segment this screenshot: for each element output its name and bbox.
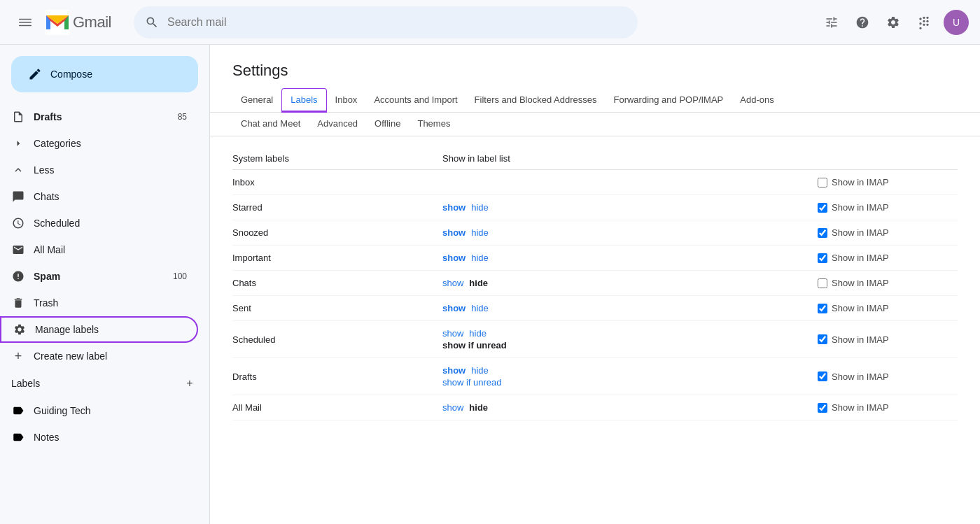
- label-actions: show hide: [442, 303, 818, 313]
- table-row: Scheduled show hide show if unread Show …: [232, 321, 958, 358]
- imap-check[interactable]: Show in IMAP: [818, 202, 958, 213]
- label-name: Important: [232, 253, 442, 263]
- app-layout: Compose Drafts 85 Categories: [0, 45, 980, 524]
- filter-button[interactable]: [818, 8, 846, 36]
- imap-label: Show in IMAP: [832, 253, 889, 263]
- imap-checkbox[interactable]: [818, 228, 827, 238]
- imap-checkbox[interactable]: [818, 403, 827, 413]
- sidebar-item-notes[interactable]: Notes: [0, 424, 198, 451]
- sidebar-item-less[interactable]: Less: [0, 157, 198, 183]
- label-icon-guiding-tech: [11, 404, 25, 418]
- tab-filters[interactable]: Filters and Blocked Addresses: [466, 89, 606, 113]
- sidebar: Compose Drafts 85 Categories: [0, 45, 210, 524]
- compose-button[interactable]: Compose: [11, 56, 198, 92]
- show-action[interactable]: show: [442, 202, 465, 213]
- sidebar-item-guiding-tech[interactable]: Guiding Tech: [0, 397, 198, 424]
- hide-action[interactable]: hide: [469, 402, 488, 413]
- apps-button[interactable]: [910, 8, 938, 36]
- settings-button[interactable]: [879, 8, 907, 36]
- imap-checkbox[interactable]: [818, 278, 827, 288]
- imap-check[interactable]: Show in IMAP: [818, 278, 958, 288]
- avatar[interactable]: U: [944, 10, 969, 35]
- sidebar-item-allmail[interactable]: All Mail: [0, 236, 198, 263]
- add-label-button[interactable]: +: [181, 375, 198, 392]
- help-button[interactable]: [848, 8, 876, 36]
- imap-check[interactable]: Show in IMAP: [818, 227, 958, 238]
- tab-themes[interactable]: Themes: [409, 113, 458, 136]
- imap-checkbox[interactable]: [818, 203, 827, 213]
- show-action[interactable]: show: [442, 328, 463, 339]
- imap-check[interactable]: Show in IMAP: [818, 334, 958, 345]
- hide-action[interactable]: hide: [471, 303, 489, 313]
- imap-checkbox[interactable]: [818, 304, 827, 313]
- imap-check[interactable]: Show in IMAP: [818, 253, 958, 263]
- imap-check[interactable]: Show in IMAP: [818, 402, 958, 413]
- label-name: Starred: [232, 202, 442, 213]
- tab-advanced[interactable]: Advanced: [309, 113, 366, 136]
- filter-icon: [825, 15, 839, 29]
- sidebar-item-drafts[interactable]: Drafts 85: [0, 104, 198, 130]
- hide-action[interactable]: hide: [471, 202, 489, 213]
- sidebar-item-trash[interactable]: Trash: [0, 290, 198, 316]
- sidebar-item-create-label[interactable]: + Create new label: [0, 343, 198, 369]
- drafts-label: Drafts: [34, 111, 169, 122]
- show-action[interactable]: show: [442, 227, 465, 238]
- gmail-m-icon: [45, 10, 70, 35]
- chat-icon: [11, 190, 25, 204]
- table-row: Chats show hide Show in IMAP: [232, 271, 958, 296]
- tab-labels[interactable]: Labels: [281, 88, 326, 113]
- hide-action[interactable]: hide: [471, 253, 489, 263]
- gmail-text: Gmail: [73, 13, 111, 31]
- sidebar-item-chats[interactable]: Chats: [0, 183, 198, 210]
- table-row: Starred show hide Show in IMAP: [232, 195, 958, 220]
- sidebar-item-scheduled[interactable]: Scheduled: [0, 210, 198, 236]
- label-actions: show hide: [442, 402, 818, 413]
- table-row: Snoozed show hide Show in IMAP: [232, 220, 958, 246]
- hide-action[interactable]: hide: [471, 365, 489, 376]
- search-icon: [145, 15, 159, 29]
- table-row: Inbox Show in IMAP: [232, 170, 958, 195]
- trash-icon: [11, 296, 25, 310]
- hamburger-button[interactable]: [11, 8, 39, 36]
- chats-label: Chats: [34, 191, 187, 202]
- imap-check[interactable]: Show in IMAP: [818, 177, 958, 187]
- imap-checkbox[interactable]: [818, 178, 827, 187]
- tab-addons[interactable]: Add-ons: [732, 89, 782, 113]
- tab-general[interactable]: General: [232, 89, 281, 113]
- show-action[interactable]: show: [442, 402, 463, 413]
- label-actions: show hide: [442, 278, 818, 288]
- search-input[interactable]: [167, 16, 626, 29]
- col-show-in-list: Show in label list: [442, 153, 818, 164]
- imap-checkbox[interactable]: [818, 253, 827, 263]
- show-if-unread-action[interactable]: show if unread: [442, 377, 502, 388]
- show-action[interactable]: show: [442, 365, 465, 376]
- imap-checkbox[interactable]: [818, 371, 827, 381]
- tab-forwarding[interactable]: Forwarding and POP/IMAP: [605, 89, 732, 113]
- compose-label: Compose: [50, 69, 92, 80]
- show-action[interactable]: show: [442, 303, 465, 313]
- imap-check[interactable]: Show in IMAP: [818, 303, 958, 313]
- tab-accounts[interactable]: Accounts and Import: [365, 89, 465, 113]
- imap-check[interactable]: Show in IMAP: [818, 371, 958, 382]
- spam-count: 100: [173, 271, 187, 281]
- label-actions: show hide show if unread: [442, 365, 818, 388]
- imap-checkbox[interactable]: [818, 334, 827, 344]
- label-icon-notes: [11, 430, 25, 444]
- tab-offline[interactable]: Offline: [366, 113, 409, 136]
- show-if-unread-action[interactable]: show if unread: [442, 340, 507, 350]
- spam-label: Spam: [34, 271, 164, 282]
- sidebar-item-spam[interactable]: Spam 100: [0, 263, 198, 290]
- hide-action[interactable]: hide: [471, 227, 489, 238]
- drafts-count: 85: [178, 112, 187, 122]
- tab-chatmeet[interactable]: Chat and Meet: [232, 113, 309, 136]
- hide-action[interactable]: hide: [469, 278, 488, 288]
- show-action[interactable]: show: [442, 278, 463, 288]
- settings-icon: [886, 15, 900, 29]
- hide-action[interactable]: hide: [469, 328, 486, 339]
- tab-inbox[interactable]: Inbox: [327, 89, 366, 113]
- svg-rect-0: [19, 18, 31, 20]
- show-action[interactable]: show: [442, 253, 465, 263]
- search-bar[interactable]: [134, 6, 638, 38]
- sidebar-item-categories[interactable]: Categories: [0, 130, 198, 157]
- sidebar-item-manage-labels[interactable]: Manage labels: [0, 316, 198, 343]
